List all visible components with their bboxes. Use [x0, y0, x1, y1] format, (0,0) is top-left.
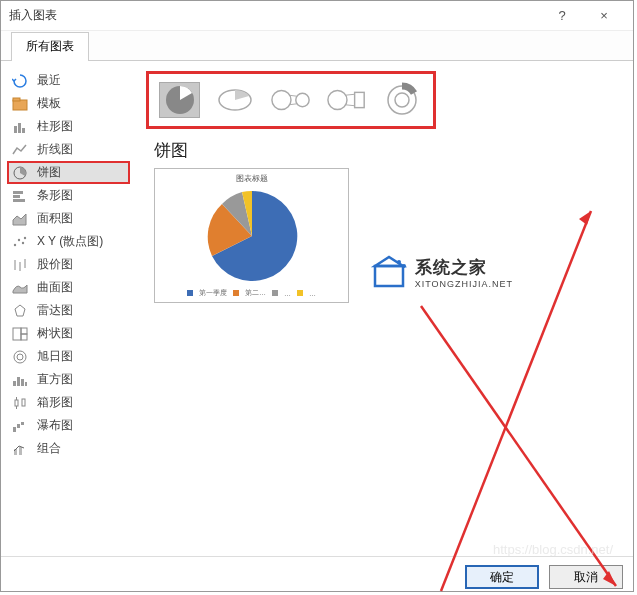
- pie-chart-icon: [11, 165, 29, 181]
- sidebar-item-label: 面积图: [37, 210, 73, 227]
- treemap-icon: [11, 326, 29, 342]
- preview-chart-title: 图表标题: [236, 173, 268, 184]
- subtype-pie-3d[interactable]: [214, 82, 255, 118]
- sidebar-item-combo[interactable]: 组合: [7, 437, 130, 460]
- close-button[interactable]: ×: [583, 1, 625, 31]
- svg-point-51: [402, 264, 406, 268]
- svg-rect-20: [21, 334, 27, 340]
- svg-rect-19: [21, 328, 27, 334]
- svg-point-47: [395, 93, 409, 107]
- sidebar-item-column[interactable]: 柱形图: [7, 115, 130, 138]
- svg-rect-8: [13, 199, 25, 202]
- scatter-chart-icon: [11, 234, 29, 250]
- sidebar-item-histogram[interactable]: 直方图: [7, 368, 130, 391]
- watermark-text-sub: XITONGZHIJIA.NET: [415, 279, 513, 289]
- pie-preview-svg: [202, 186, 302, 286]
- sidebar-item-radar[interactable]: 雷达图: [7, 299, 130, 322]
- template-icon: [11, 96, 29, 112]
- sidebar-item-label: 饼图: [37, 164, 61, 181]
- svg-rect-3: [18, 123, 21, 133]
- svg-rect-6: [13, 191, 23, 194]
- pie-subtype-row: [146, 71, 436, 129]
- svg-point-13: [24, 236, 26, 238]
- svg-rect-27: [15, 400, 18, 406]
- svg-point-22: [17, 354, 23, 360]
- svg-rect-7: [13, 195, 20, 198]
- sidebar-item-waterfall[interactable]: 瀑布图: [7, 414, 130, 437]
- svg-rect-48: [375, 266, 403, 286]
- sidebar-item-recent[interactable]: 最近: [7, 69, 130, 92]
- sidebar-item-surface[interactable]: 曲面图: [7, 276, 130, 299]
- waterfall-icon: [11, 418, 29, 434]
- svg-point-11: [18, 238, 20, 240]
- sidebar-item-label: 折线图: [37, 141, 73, 158]
- svg-point-42: [328, 90, 347, 109]
- sidebar-item-label: 最近: [37, 72, 61, 89]
- cancel-button[interactable]: 取消: [549, 565, 623, 589]
- subtype-bar-of-pie[interactable]: [326, 82, 368, 118]
- sidebar-item-treemap[interactable]: 树状图: [7, 322, 130, 345]
- sidebar-item-bar[interactable]: 条形图: [7, 184, 130, 207]
- sidebar-item-label: 模板: [37, 95, 61, 112]
- subtype-doughnut[interactable]: [382, 82, 423, 118]
- sunburst-icon: [11, 349, 29, 365]
- line-chart-icon: [11, 142, 29, 158]
- sidebar-item-templates[interactable]: 模板: [7, 92, 130, 115]
- tab-all-charts[interactable]: 所有图表: [11, 32, 89, 61]
- ok-button[interactable]: 确定: [465, 565, 539, 589]
- sidebar-item-label: 雷达图: [37, 302, 73, 319]
- sidebar-item-area[interactable]: 面积图: [7, 207, 130, 230]
- sidebar-item-label: 树状图: [37, 325, 73, 342]
- svg-point-10: [14, 243, 16, 245]
- sidebar-item-label: 旭日图: [37, 348, 73, 365]
- sidebar-item-label: X Y (散点图): [37, 233, 103, 250]
- sidebar-item-label: 组合: [37, 440, 61, 457]
- histogram-icon: [11, 372, 29, 388]
- svg-marker-17: [15, 305, 25, 316]
- sidebar-item-scatter[interactable]: X Y (散点图): [7, 230, 130, 253]
- svg-marker-9: [13, 214, 26, 225]
- svg-rect-25: [21, 379, 24, 386]
- area-chart-icon: [11, 211, 29, 227]
- sidebar-item-stock[interactable]: 股价图: [7, 253, 130, 276]
- watermark-text-main: 系统之家: [415, 256, 513, 279]
- main-panel: 饼图 图表标题 第一季度 第二… … …: [136, 61, 633, 556]
- csdn-watermark: https://blog.csdn.net/: [493, 542, 613, 557]
- annotation-arrow-1: [431, 121, 631, 595]
- sidebar-item-box[interactable]: 箱形图: [7, 391, 130, 414]
- subtype-pie-of-pie[interactable]: [270, 82, 312, 118]
- svg-rect-32: [17, 424, 20, 428]
- svg-marker-53: [579, 211, 591, 225]
- stock-chart-icon: [11, 257, 29, 273]
- surface-chart-icon: [11, 280, 29, 296]
- radar-chart-icon: [11, 303, 29, 319]
- sidebar-item-label: 瀑布图: [37, 417, 73, 434]
- recent-icon: [11, 73, 29, 89]
- sidebar-item-label: 直方图: [37, 371, 73, 388]
- svg-rect-2: [14, 126, 17, 133]
- sidebar-item-label: 柱形图: [37, 118, 73, 135]
- sidebar-item-label: 股价图: [37, 256, 73, 273]
- svg-point-39: [295, 93, 308, 106]
- svg-rect-31: [13, 427, 16, 432]
- subtype-pie[interactable]: [159, 82, 200, 118]
- watermark-logo-icon: [369, 252, 409, 292]
- svg-rect-1: [13, 98, 20, 101]
- svg-rect-18: [13, 328, 21, 340]
- help-button[interactable]: ?: [541, 1, 583, 31]
- window-title: 插入图表: [9, 7, 541, 24]
- sidebar-item-sunburst[interactable]: 旭日图: [7, 345, 130, 368]
- section-title: 饼图: [154, 139, 615, 162]
- column-chart-icon: [11, 119, 29, 135]
- svg-rect-33: [21, 422, 24, 425]
- sidebar-item-pie[interactable]: 饼图: [7, 161, 130, 184]
- svg-rect-26: [25, 382, 27, 386]
- chart-preview[interactable]: 图表标题 第一季度 第二… … …: [154, 168, 349, 303]
- svg-rect-43: [354, 92, 364, 107]
- svg-line-45: [345, 105, 355, 106]
- svg-line-44: [345, 94, 355, 95]
- svg-rect-4: [22, 128, 25, 133]
- sidebar-item-line[interactable]: 折线图: [7, 138, 130, 161]
- svg-rect-23: [13, 381, 16, 386]
- svg-rect-30: [22, 399, 25, 406]
